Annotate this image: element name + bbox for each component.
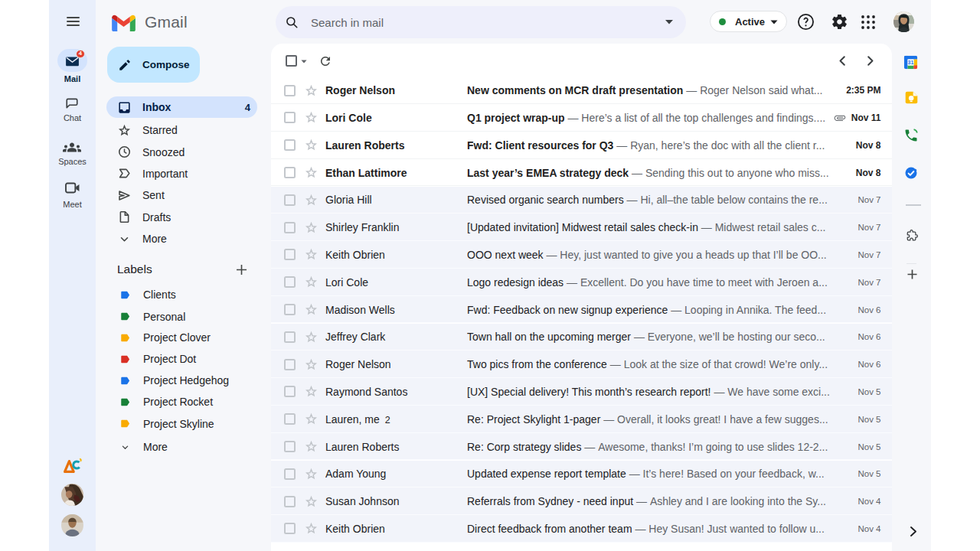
svg-text:31: 31 xyxy=(908,60,914,66)
